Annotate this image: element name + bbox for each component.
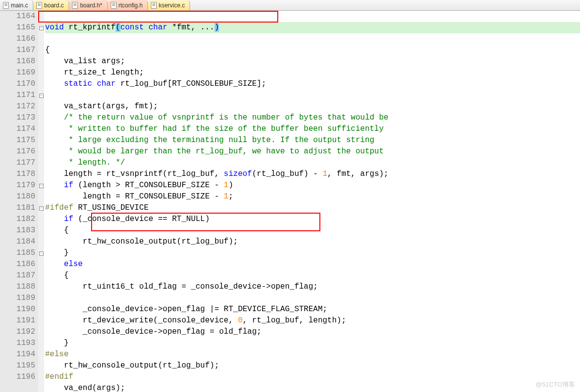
file-icon: [72, 2, 78, 9]
fold-gutter: − − − − −: [38, 11, 44, 392]
code-line: rt_size_t length;: [45, 68, 144, 77]
code-line: void rt_kprintf(const char *fmt, ...): [45, 22, 580, 33]
code-line: _console_device->open_flag = old_flag;: [45, 327, 262, 336]
file-icon: [111, 2, 117, 9]
line-number-gutter: 1164116511661167116811691170117111721173…: [0, 11, 38, 392]
code-line: rt_hw_console_output(rt_log_buf);: [45, 237, 238, 246]
code-line: * length. */: [45, 158, 125, 167]
code-line: va_list args;: [45, 57, 125, 66]
code-line: rt_hw_console_output(rt_log_buf);: [45, 361, 219, 370]
tab-label: board.h*: [80, 2, 102, 9]
tab-kservice-c[interactable]: kservice.c: [148, 0, 190, 10]
code-line: length = rt_vsnprintf(rt_log_buf, sizeof…: [45, 170, 388, 178]
code-line: else: [45, 260, 83, 269]
watermark: @51CTO博客: [535, 380, 575, 389]
code-line: }: [45, 339, 69, 347]
tab-label: main.c: [11, 2, 28, 9]
tab-label: rtconfig.h: [119, 2, 143, 9]
code-line: {: [45, 271, 69, 280]
code-line: length = RT_CONSOLEBUF_SIZE - 1;: [45, 192, 233, 201]
tab-main-c[interactable]: main.c: [0, 0, 33, 10]
tab-rtconfig-h[interactable]: rtconfig.h: [108, 0, 148, 10]
code-line: {: [45, 226, 69, 235]
code-line: rt_device_write(_console_device, 0, rt_l…: [45, 316, 346, 325]
tab-board-h[interactable]: board.h*: [69, 0, 107, 10]
code-line: * written to buffer had if the size of t…: [45, 124, 384, 133]
tab-board-c[interactable]: board.c: [33, 0, 69, 10]
code-line: }: [45, 248, 69, 257]
tab-label: board.c: [44, 2, 64, 9]
fold-toggle[interactable]: −: [39, 206, 44, 211]
fold-toggle[interactable]: −: [39, 251, 44, 256]
code-line: static char rt_log_buf[RT_CONSOLEBUF_SIZ…: [45, 79, 266, 88]
code-line: _console_device->open_flag |= RT_DEVICE_…: [45, 305, 327, 314]
code-line: #else: [45, 350, 69, 359]
file-icon: [36, 2, 42, 9]
file-icon: [3, 2, 9, 9]
code-line: va_end(args);: [45, 384, 125, 392]
code-line: #endif: [45, 372, 73, 381]
code-line: #ifdef RT_USING_DEVICE: [45, 203, 148, 212]
fold-toggle[interactable]: −: [39, 26, 44, 30]
code-area[interactable]: void rt_kprintf(const char *fmt, ...) { …: [44, 11, 580, 392]
file-icon: [151, 2, 157, 9]
fold-toggle[interactable]: −: [39, 184, 44, 188]
code-line: {: [45, 46, 50, 54]
tab-label: kservice.c: [159, 2, 185, 9]
code-line: /* the return value of vsnprintf is the …: [45, 113, 388, 122]
code-line: va_start(args, fmt);: [45, 102, 158, 111]
code-line: if (length > RT_CONSOLEBUF_SIZE - 1): [45, 181, 233, 190]
fold-toggle[interactable]: −: [39, 94, 44, 98]
code-line: * large excluding the terminating null b…: [45, 136, 374, 145]
tab-bar: main.c board.c board.h* rtconfig.h kserv…: [0, 0, 580, 11]
code-line: rt_uint16_t old_flag = _console_device->…: [45, 282, 318, 291]
code-line: * would be larger than the rt_log_buf, w…: [45, 147, 384, 156]
code-line: if (_console_device == RT_NULL): [45, 215, 210, 223]
code-editor[interactable]: 1164116511661167116811691170117111721173…: [0, 11, 580, 392]
